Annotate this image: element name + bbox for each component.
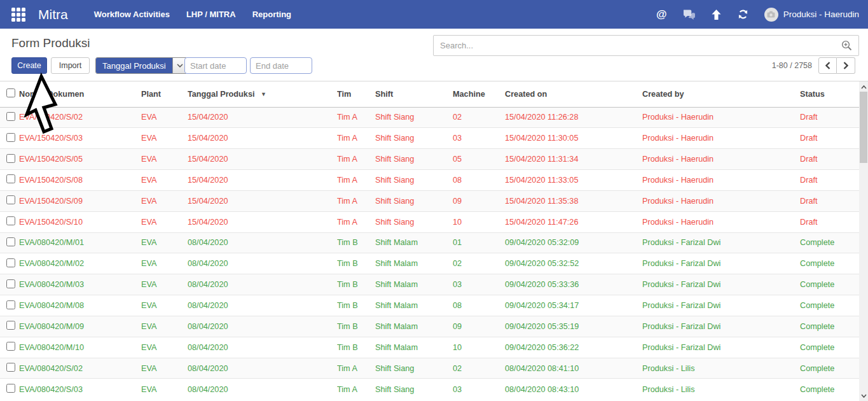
cell-shift[interactable]: Shift Siang	[375, 128, 453, 149]
create-button[interactable]: Create	[11, 57, 47, 74]
cell-created_by[interactable]: Produksi - Haerudin	[642, 128, 800, 149]
upload-arrow-icon[interactable]	[711, 9, 722, 20]
pager-previous-button[interactable]	[818, 57, 837, 74]
cell-created_by[interactable]: Produksi - Farizal Dwi	[642, 337, 800, 358]
search-input[interactable]	[434, 41, 841, 50]
cell-shift[interactable]: Shift Siang	[375, 358, 453, 379]
cell-machine[interactable]: 09	[453, 316, 505, 337]
cell-shift[interactable]: Shift Malam	[375, 295, 453, 316]
cell-tanggal[interactable]: 08/04/2020	[188, 358, 337, 379]
mentions-at-icon[interactable]: @	[656, 8, 667, 21]
cell-machine[interactable]: 03	[453, 128, 505, 149]
cell-nomor[interactable]: EVA/150420/S/08	[19, 170, 141, 191]
cell-plant[interactable]: EVA	[141, 379, 188, 400]
cell-shift[interactable]: Shift Siang	[375, 379, 453, 400]
row-checkbox[interactable]	[6, 112, 15, 121]
cell-plant[interactable]: EVA	[141, 358, 188, 379]
cell-status[interactable]: Complete	[800, 379, 859, 400]
table-row[interactable]: EVA/080420/M/03EVA08/04/2020Tim BShift M…	[0, 274, 859, 295]
cell-status[interactable]: Draft	[800, 190, 859, 211]
cell-status[interactable]: Draft	[800, 107, 859, 128]
cell-tanggal[interactable]: 15/04/2020	[188, 190, 337, 211]
cell-created_on[interactable]: 15/04/2020 11:31:34	[505, 149, 642, 170]
cell-status[interactable]: Draft	[800, 149, 859, 170]
cell-created_on[interactable]: 09/04/2020 05:33:36	[505, 274, 642, 295]
cell-plant[interactable]: EVA	[141, 107, 188, 128]
cell-status[interactable]: Complete	[800, 253, 859, 274]
cell-created_on[interactable]: 09/04/2020 05:35:19	[505, 316, 642, 337]
cell-machine[interactable]: 03	[453, 274, 505, 295]
cell-created_by[interactable]: Produksi - Lilis	[642, 358, 800, 379]
cell-tanggal[interactable]: 08/04/2020	[188, 232, 337, 253]
cell-nomor[interactable]: EVA/080420/M/01	[19, 232, 141, 253]
scrollbar-thumb[interactable]	[860, 92, 867, 163]
row-checkbox[interactable]	[6, 321, 15, 330]
cell-nomor[interactable]: EVA/080420/M/03	[19, 274, 141, 295]
cell-status[interactable]: Complete	[800, 337, 859, 358]
cell-tanggal[interactable]: 15/04/2020	[188, 149, 337, 170]
cell-nomor[interactable]: EVA/080420/M/08	[19, 295, 141, 316]
cell-created_by[interactable]: Produksi - Haerudin	[642, 107, 800, 128]
cell-created_on[interactable]: 08/04/2020 08:43:10	[505, 379, 642, 400]
row-checkbox[interactable]	[6, 216, 15, 225]
cell-tanggal[interactable]: 08/04/2020	[188, 253, 337, 274]
cell-created_by[interactable]: Produksi - Haerudin	[642, 211, 800, 232]
scroll-down-icon[interactable]	[859, 391, 868, 400]
cell-plant[interactable]: EVA	[141, 337, 188, 358]
cell-status[interactable]: Complete	[800, 274, 859, 295]
cell-status[interactable]: Complete	[800, 232, 859, 253]
table-row[interactable]: EVA/080420/M/02EVA08/04/2020Tim BShift M…	[0, 253, 859, 274]
nav-menu-lhp-mitra[interactable]: LHP / MITRA	[178, 10, 244, 19]
cell-created_by[interactable]: Produksi - Haerudin	[642, 170, 800, 191]
cell-plant[interactable]: EVA	[141, 211, 188, 232]
cell-tanggal[interactable]: 15/04/2020	[188, 107, 337, 128]
vertical-scrollbar[interactable]	[859, 81, 868, 401]
cell-machine[interactable]: 10	[453, 211, 505, 232]
cell-tanggal[interactable]: 08/04/2020	[188, 295, 337, 316]
row-checkbox[interactable]	[6, 363, 15, 372]
cell-tim[interactable]: Tim A	[337, 107, 375, 128]
cell-tanggal[interactable]: 08/04/2020	[188, 337, 337, 358]
cell-nomor[interactable]: EVA/150420/S/02	[19, 107, 141, 128]
cell-tim[interactable]: Tim B	[337, 253, 375, 274]
cell-tim[interactable]: Tim A	[337, 190, 375, 211]
cell-machine[interactable]: 08	[453, 295, 505, 316]
cell-status[interactable]: Complete	[800, 316, 859, 337]
cell-tim[interactable]: Tim B	[337, 337, 375, 358]
row-checkbox[interactable]	[6, 133, 15, 142]
import-button[interactable]: Import	[51, 57, 90, 74]
cell-tim[interactable]: Tim A	[337, 358, 375, 379]
cell-shift[interactable]: Shift Malam	[375, 232, 453, 253]
cell-tanggal[interactable]: 08/04/2020	[188, 274, 337, 295]
cell-plant[interactable]: EVA	[141, 128, 188, 149]
cell-created_by[interactable]: Produksi - Farizal Dwi	[642, 274, 800, 295]
row-checkbox[interactable]	[6, 174, 15, 183]
cell-plant[interactable]: EVA	[141, 316, 188, 337]
row-checkbox[interactable]	[6, 300, 15, 309]
column-header-created-on[interactable]: Created on	[505, 81, 642, 107]
column-header-status[interactable]: Status	[800, 81, 859, 107]
cell-created_on[interactable]: 09/04/2020 05:32:09	[505, 232, 642, 253]
column-header-plant[interactable]: Plant	[141, 81, 188, 107]
cell-shift[interactable]: Shift Malam	[375, 316, 453, 337]
user-menu[interactable]: Produksi - Haerudin	[764, 8, 859, 22]
cell-created_on[interactable]: 09/04/2020 05:36:22	[505, 337, 642, 358]
apps-grid-icon[interactable]	[11, 8, 25, 22]
cell-tanggal[interactable]: 15/04/2020	[188, 128, 337, 149]
cell-tim[interactable]: Tim A	[337, 170, 375, 191]
cell-shift[interactable]: Shift Malam	[375, 253, 453, 274]
cell-status[interactable]: Draft	[800, 170, 859, 191]
table-row[interactable]: EVA/150420/S/10EVA15/04/2020Tim AShift S…	[0, 211, 859, 232]
nav-menu-workflow-activities[interactable]: Workflow Activities	[86, 10, 178, 19]
cell-tanggal[interactable]: 15/04/2020	[188, 170, 337, 191]
cell-status[interactable]: Draft	[800, 128, 859, 149]
nav-menu-reporting[interactable]: Reporting	[244, 10, 300, 19]
cell-plant[interactable]: EVA	[141, 295, 188, 316]
table-row[interactable]: EVA/080420/M/09EVA08/04/2020Tim BShift M…	[0, 316, 859, 337]
cell-plant[interactable]: EVA	[141, 253, 188, 274]
row-checkbox[interactable]	[6, 195, 15, 204]
table-row[interactable]: EVA/080420/M/08EVA08/04/2020Tim BShift M…	[0, 295, 859, 316]
cell-created_on[interactable]: 15/04/2020 11:47:26	[505, 211, 642, 232]
cell-created_on[interactable]: 09/04/2020 05:34:17	[505, 295, 642, 316]
table-row[interactable]: EVA/080420/S/03EVA08/04/2020Tim AShift S…	[0, 379, 859, 400]
